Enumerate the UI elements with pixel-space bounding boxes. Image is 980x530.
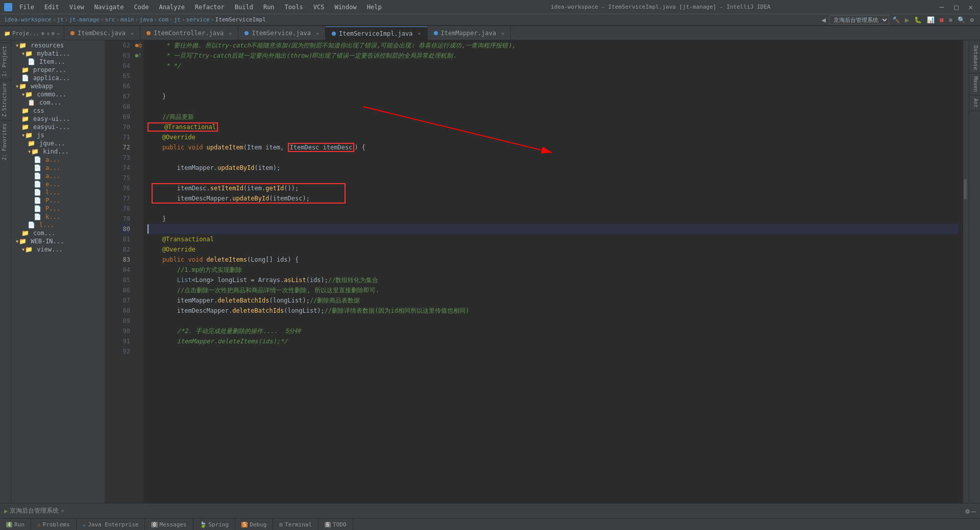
tab-close-itemservice[interactable]: ✕	[316, 31, 319, 36]
bottom-tab-spring[interactable]: 🍃 Spring	[193, 519, 236, 530]
app-menu-edit[interactable]: Edit	[41, 3, 62, 12]
tab-itemcontroller[interactable]: ItemController.java ✕	[140, 27, 238, 40]
bottom-tabs: 4 Run ⚠ Problems ☕ Java Enterprise 0 Mes…	[0, 518, 980, 530]
toolbar-coverage-btn[interactable]: 📊	[925, 15, 937, 24]
maximize-button[interactable]: □	[951, 2, 961, 12]
nav-idea-workspace[interactable]: idea-workspace	[4, 16, 52, 23]
app-menu-code[interactable]: Code	[131, 3, 152, 12]
app-menu-view[interactable]: View	[66, 3, 87, 12]
tree-item-easy-ui[interactable]: 📁easy-ui...	[11, 115, 105, 123]
close-button[interactable]: ✕	[966, 2, 976, 12]
tree-item-jquery[interactable]: 📁jque...	[11, 139, 105, 147]
run-minimize-btn[interactable]: —	[972, 507, 976, 515]
tree-item-l[interactable]: 📄l...	[11, 188, 105, 196]
toolbar-run-btn[interactable]: ▶	[903, 15, 911, 25]
tab-itemservice[interactable]: ItemService.java ✕	[238, 27, 326, 40]
project-tab-btn2[interactable]: ↕	[46, 31, 50, 36]
tree-item-item[interactable]: 📄Item...	[11, 58, 105, 66]
bottom-tab-run[interactable]: 4 Run	[0, 519, 31, 530]
code-line-87: itemMapper.deleteBatchIds(longList);//删除…	[148, 295, 959, 306]
app-menu-run[interactable]: Run	[260, 3, 278, 12]
nav-jt-manage[interactable]: jt-manage	[69, 16, 100, 23]
minimize-button[interactable]: ─	[937, 2, 947, 12]
tree-item-proper[interactable]: 📁proper...	[11, 66, 105, 74]
tree-item-l2[interactable]: 📄l...	[11, 221, 105, 229]
run-settings-btn[interactable]: ⚙	[965, 507, 969, 515]
right-tab-maven[interactable]: Maven	[969, 73, 980, 95]
tree-item-view[interactable]: ▾📁view...	[11, 245, 105, 254]
tab-close-itemmapper[interactable]: ✕	[501, 31, 504, 36]
tab-close-itemdesc[interactable]: ✕	[131, 31, 134, 36]
app-menu-build[interactable]: Build	[232, 3, 256, 12]
tree-item-com2[interactable]: 📁com...	[11, 229, 105, 237]
app-menu-refactor[interactable]: Refactor	[192, 3, 228, 12]
tree-item-p1[interactable]: 📄P...	[11, 196, 105, 205]
editor-scroll-area[interactable]: 6263646566 6768697071 72737475 76777879 …	[106, 40, 969, 503]
tab-project[interactable]: 📁 Proje... ⊕ ↕ ⚙ —	[0, 27, 64, 40]
project-tab-btn1[interactable]: ⊕	[41, 31, 44, 36]
side-tab-structure[interactable]: Z-Structure	[0, 80, 11, 120]
bottom-tab-terminal[interactable]: ⊟ Terminal	[273, 519, 318, 530]
run-close[interactable]: ✕	[61, 508, 64, 514]
tree-item-mybatis[interactable]: ▾📁mybati...	[11, 49, 105, 58]
titlebar-left: File Edit View Navigate Code Analyze Ref…	[4, 3, 385, 12]
app-menu-window[interactable]: Window	[331, 3, 359, 12]
tree-item-resources[interactable]: ▾📁resources	[11, 41, 105, 49]
tab-itemdesc[interactable]: ItemDesc.java ✕	[64, 27, 140, 40]
project-tab-btn4[interactable]: —	[57, 31, 60, 36]
app-menu-vcs[interactable]: VCS	[310, 3, 328, 12]
nav-itemserviceimpl[interactable]: ItemServiceImpl	[215, 16, 266, 23]
code-content[interactable]: * 要往外抛. 所以try-catch不能随意添加(因为控制层不知道你出现了错误…	[143, 40, 963, 503]
nav-com[interactable]: com	[158, 16, 168, 23]
tab-close-itemserviceimpl[interactable]: ✕	[418, 31, 421, 36]
tree-item-webinf[interactable]: ▾📁WEB-IN...	[11, 237, 105, 245]
bottom-tab-debug[interactable]: 5 Debug	[235, 519, 273, 530]
side-tab-project[interactable]: 1: Project	[0, 42, 11, 80]
tree-item-easyui[interactable]: 📁easyui-...	[11, 123, 105, 131]
tree-item-e[interactable]: 📄e...	[11, 180, 105, 188]
toolbar-settings-btn[interactable]: ⚙	[968, 15, 976, 24]
app-menu-tools[interactable]: Tools	[282, 3, 306, 12]
bottom-tab-problems[interactable]: ⚠ Problems	[31, 519, 77, 530]
nav-jt[interactable]: jt	[57, 16, 63, 23]
right-tab-database[interactable]: Database	[969, 42, 980, 73]
tab-itemserviceimpl[interactable]: ItemServiceImpl.java ✕	[326, 27, 428, 40]
tree-item-webapp[interactable]: ▾📁webapp	[11, 82, 105, 90]
app-menu-file[interactable]: File	[16, 3, 37, 12]
tree-item-k[interactable]: 📄k...	[11, 213, 105, 221]
toolbar-stop-btn[interactable]: ■	[938, 15, 945, 24]
tree-item-js[interactable]: ▾📁js	[11, 131, 105, 139]
tree-item-kind[interactable]: ▾📁kind...	[11, 147, 105, 156]
bottom-tab-java-enterprise[interactable]: ☕ Java Enterprise	[77, 519, 145, 530]
toolbar-debug-btn[interactable]: 🐛	[912, 15, 924, 24]
tree-item-com[interactable]: 📋com...	[11, 98, 105, 107]
toolbar-search-btn[interactable]: 🔍	[955, 15, 967, 24]
tree-item-a1[interactable]: 📄a...	[11, 156, 105, 164]
app-menu-analyze[interactable]: Analyze	[156, 3, 188, 12]
nav-src[interactable]: src	[105, 16, 115, 23]
nav-service[interactable]: service	[186, 16, 210, 23]
tree-item-applica[interactable]: 📄applica...	[11, 74, 105, 82]
tree-item-a2[interactable]: 📄a...	[11, 164, 105, 172]
toolbar-build-btn[interactable]: 🔨	[890, 15, 902, 24]
app-menu-help[interactable]: Help	[364, 3, 385, 12]
tree-item-p2[interactable]: 📄P...	[11, 205, 105, 213]
nav-main[interactable]: main	[120, 16, 134, 23]
editor-scrollbar[interactable]	[963, 40, 969, 503]
right-tab-ant[interactable]: Ant	[969, 95, 980, 111]
bottom-tab-todo[interactable]: 6 TODO	[318, 519, 353, 530]
side-tab-favorites[interactable]: 2: Favorites	[0, 120, 11, 163]
tree-item-css[interactable]: 📁css	[11, 107, 105, 115]
tree-item-commo[interactable]: ▾📁commo...	[11, 90, 105, 98]
tree-item-a3[interactable]: 📄a...	[11, 172, 105, 180]
tab-itemmapper[interactable]: ItemMapper.java ✕	[428, 27, 511, 40]
nav-java[interactable]: java	[139, 16, 153, 23]
config-dropdown[interactable]: 京淘后台管理系统	[829, 15, 889, 24]
back-button[interactable]: ◀	[819, 16, 827, 24]
project-tab-btn3[interactable]: ⚙	[52, 31, 55, 36]
toolbar-more-btn[interactable]: ≡	[947, 15, 954, 24]
nav-jt2[interactable]: jt	[174, 16, 181, 23]
tab-close-itemcontroller[interactable]: ✕	[229, 31, 232, 36]
app-menu-navigate[interactable]: Navigate	[91, 3, 127, 12]
bottom-tab-messages[interactable]: 0 Messages	[145, 519, 193, 530]
